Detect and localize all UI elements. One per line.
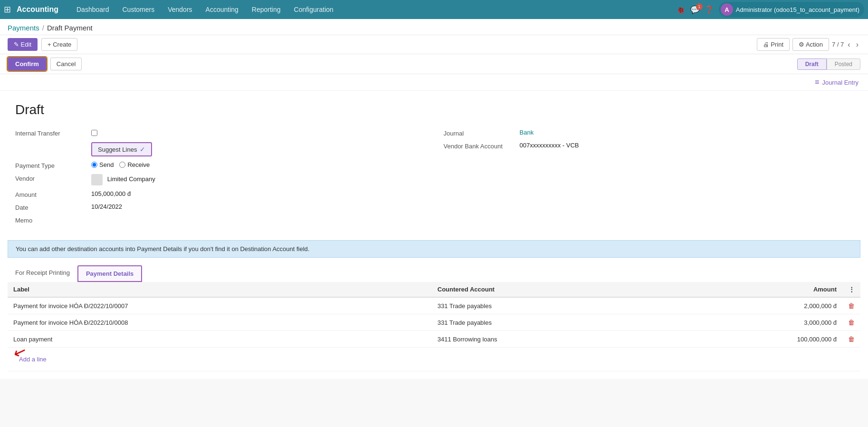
receive-radio-label[interactable]: Receive [119,161,150,168]
confirm-button[interactable]: Confirm [8,57,47,71]
vendor-bank-row: Vendor Bank Account 007xxxxxxxxxx - VCB [444,142,853,150]
internal-transfer-row: Internal Transfer [15,129,425,137]
create-button[interactable]: + Create [41,38,77,51]
chat-icon[interactable]: 💬 1 [690,5,700,14]
nav-reporting[interactable]: Reporting [245,0,287,19]
user-avatar: A [721,3,733,16]
vendor-label: Vendor [15,174,91,182]
tabs-area: For Receipt Printing Payment Details [0,258,868,282]
top-right-icons: 🐞 💬 1 ❓ A Administrator (odoo15_to_accou… [676,2,864,17]
suggest-lines-row: Suggest Lines ✓ [15,142,425,156]
delete-icon[interactable]: 🗑 [848,302,855,310]
send-radio[interactable] [91,162,97,168]
journal-entry-bar: ≡ Journal Entry [0,74,868,91]
date-value: 10/24/2022 [91,203,425,210]
suggest-check-icon: ✓ [140,146,145,153]
breadcrumb-separator: / [42,24,44,32]
tab-payment-details[interactable]: Payment Details [77,265,142,282]
table-row: Payment for invoice HÓA Đ/2022/10/0008 3… [8,314,860,331]
breadcrumb-parent[interactable]: Payments [8,24,39,32]
amount-label: Amount [15,190,91,198]
main-content: ≡ Journal Entry Draft Internal Transfer [0,74,868,379]
info-banner-text: You can add other destination accounts i… [16,245,309,252]
row-1-amount: 2,000,000 đ [671,297,842,314]
help-icon[interactable]: ❓ [705,5,714,14]
date-row: Date 10/24/2022 [15,203,425,211]
payment-type-value: Send Receive [91,161,425,168]
suggest-lines-button[interactable]: Suggest Lines ✓ [91,142,152,156]
record-count: 7 / 7 [832,41,844,48]
add-line-row: Add a line [8,348,860,371]
delete-icon[interactable]: 🗑 [848,335,855,343]
journal-link[interactable]: Bank [520,129,534,136]
cancel-button[interactable]: Cancel [50,58,82,70]
nav-configuration[interactable]: Configuration [287,0,340,19]
payment-type-label: Payment Type [15,161,91,169]
journal-entry-label: Journal Entry [822,79,858,86]
nav-vendors[interactable]: Vendors [161,0,199,19]
row-1-countered-account: 331 Trade payables [432,297,671,314]
journal-entry-link[interactable]: ≡ Journal Entry [815,78,858,87]
row-2-delete[interactable]: 🗑 [842,314,860,331]
suggest-lines-text: Suggest Lines [98,146,137,153]
internal-transfer-label: Internal Transfer [15,129,91,137]
row-3-delete[interactable]: 🗑 [842,331,860,348]
amount-value: 105,000,000 đ [91,190,425,197]
info-banner: You can add other destination accounts i… [8,240,860,258]
nav-customers[interactable]: Customers [116,0,162,19]
toolbar-right: 🖨 Print ⚙ Action 7 / 7 ‹ › [757,38,860,51]
col-options: ⋮ [842,282,860,297]
next-record-button[interactable]: › [854,39,860,50]
app-grid-icon[interactable]: ⊞ [4,4,11,15]
status-draft: Draft [797,58,827,70]
nav-accounting[interactable]: Accounting [199,0,245,19]
table-header-row: Label Countered Account Amount ⋮ [8,282,860,297]
internal-transfer-checkbox[interactable] [91,130,97,136]
prev-record-button[interactable]: ‹ [846,39,852,50]
payment-details-table: Label Countered Account Amount ⋮ Payment… [8,282,860,371]
edit-button[interactable]: ✎ Edit [8,38,38,51]
form-area: Draft Internal Transfer Suggest Lines ✓ [0,91,868,240]
journal-label: Journal [444,129,520,137]
delete-icon[interactable]: 🗑 [848,319,855,326]
journal-row: Journal Bank [444,129,853,137]
row-3-countered-account: 3411 Borrowing loans [432,331,671,348]
chat-badge: 1 [696,3,703,10]
breadcrumb: Payments / Draft Payment [8,24,860,32]
col-countered-account: Countered Account [432,282,671,297]
print-button[interactable]: 🖨 Print [757,38,790,51]
vendor-name: Limited Company [107,175,155,183]
form-grid: Internal Transfer Suggest Lines ✓ [15,129,853,229]
memo-label: Memo [15,216,91,224]
row-1-label: Payment for invoice HÓA Đ/2022/10/0007 [8,297,432,314]
payment-type-row: Payment Type Send Receive [15,161,425,169]
table-row: Loan payment 3411 Borrowing loans 100,00… [8,331,860,348]
receive-radio[interactable] [119,162,125,168]
internal-transfer-value [91,129,425,137]
user-menu[interactable]: A Administrator (odoo15_to_account_payme… [719,2,864,17]
status-bar: Draft Posted [797,58,860,70]
form-right-col: Journal Bank Vendor Bank Account 007xxxx… [444,129,853,229]
action-bar: Confirm Cancel Draft Posted [0,54,868,74]
action-button[interactable]: ⚙ Action [792,38,829,51]
row-3-amount: 100,000,000 đ [671,331,842,348]
row-2-countered-account: 331 Trade payables [432,314,671,331]
vendor-value: Limited Company [91,174,425,185]
tab-receipt-printing[interactable]: For Receipt Printing [8,265,77,282]
bug-icon[interactable]: 🐞 [676,5,686,14]
main-nav: Dashboard Customers Vendors Accounting R… [70,0,676,19]
vendor-bank-label: Vendor Bank Account [444,142,520,150]
user-name: Administrator (odoo15_to_account_payment… [736,6,859,13]
table-row: Payment for invoice HÓA Đ/2022/10/0007 3… [8,297,860,314]
vendor-row: Vendor Limited Company [15,174,425,185]
add-line-button[interactable]: Add a line [13,352,52,367]
suggest-lines-value: Suggest Lines ✓ [91,142,425,156]
send-radio-label[interactable]: Send [91,161,114,168]
tabs: For Receipt Printing Payment Details [8,265,860,282]
nav-dashboard[interactable]: Dashboard [70,0,116,19]
payment-type-radio-group: Send Receive [91,161,425,168]
row-1-delete[interactable]: 🗑 [842,297,860,314]
status-posted: Posted [827,58,860,70]
row-2-label: Payment for invoice HÓA Đ/2022/10/0008 [8,314,432,331]
vendor-avatar [91,174,103,185]
